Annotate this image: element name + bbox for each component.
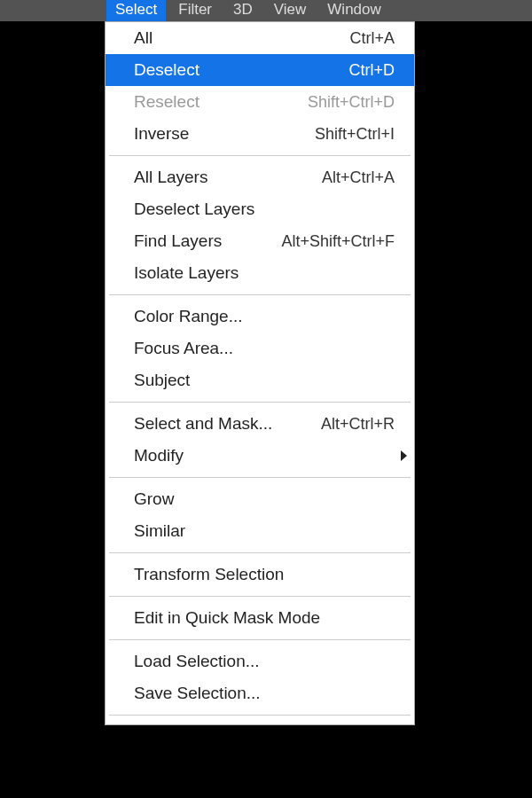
menu-item-shortcut: Ctrl+D <box>348 61 395 80</box>
menu-separator <box>109 715 411 716</box>
menu-item-label: Isolate Layers <box>134 263 239 283</box>
menubar-item-filter[interactable]: Filter <box>169 0 221 22</box>
menu-item-label: Focus Area... <box>134 339 233 358</box>
menu-item-label: Transform Selection <box>134 565 284 584</box>
menu-item-save-selection[interactable]: Save Selection... <box>106 677 414 709</box>
menu-separator <box>109 155 411 156</box>
select-menu-dropdown: All Ctrl+A Deselect Ctrl+D Reselect Shif… <box>105 21 415 725</box>
menu-item-label: Grow <box>134 489 174 509</box>
menubar-item-view[interactable]: View <box>265 0 316 22</box>
menu-item-shortcut: Ctrl+A <box>349 29 395 48</box>
menu-item-label: Select and Mask... <box>134 414 272 434</box>
menu-item-inverse[interactable]: Inverse Shift+Ctrl+I <box>106 118 414 150</box>
menu-item-reselect: Reselect Shift+Ctrl+D <box>106 86 414 118</box>
menubar-item-3d[interactable]: 3D <box>224 0 262 22</box>
menu-item-deselect-layers[interactable]: Deselect Layers <box>106 193 414 225</box>
menubar-item-window[interactable]: Window <box>318 0 389 22</box>
menu-item-label: All Layers <box>134 168 207 187</box>
menu-item-select-and-mask[interactable]: Select and Mask... Alt+Ctrl+R <box>106 408 414 440</box>
menu-item-label: Load Selection... <box>134 652 260 671</box>
menu-item-shortcut: Alt+Ctrl+R <box>321 415 395 434</box>
menu-item-all-layers[interactable]: All Layers Alt+Ctrl+A <box>106 161 414 193</box>
menu-item-subject[interactable]: Subject <box>106 364 414 396</box>
menu-item-label: Inverse <box>134 124 189 144</box>
submenu-caret-icon <box>401 450 407 461</box>
menu-item-grow[interactable]: Grow <box>106 483 414 515</box>
menu-item-label: Save Selection... <box>134 684 261 703</box>
menu-item-label: Deselect <box>134 60 200 80</box>
menu-item-find-layers[interactable]: Find Layers Alt+Shift+Ctrl+F <box>106 225 414 257</box>
menu-item-isolate-layers[interactable]: Isolate Layers <box>106 257 414 289</box>
menu-separator <box>109 477 411 478</box>
menu-item-focus-area[interactable]: Focus Area... <box>106 332 414 364</box>
menu-item-similar[interactable]: Similar <box>106 515 414 547</box>
menu-separator <box>109 294 411 295</box>
menu-separator <box>109 552 411 553</box>
menu-item-label: Similar <box>134 521 185 541</box>
menu-item-label: Reselect <box>134 92 200 112</box>
menu-item-label: Subject <box>134 371 190 390</box>
menu-item-shortcut: Shift+Ctrl+D <box>308 93 395 112</box>
menu-item-deselect[interactable]: Deselect Ctrl+D <box>106 54 414 86</box>
menu-separator <box>109 596 411 597</box>
menubar: Select Filter 3D View Window <box>0 0 532 21</box>
menu-item-shortcut: Shift+Ctrl+I <box>315 125 395 144</box>
menu-item-label: Color Range... <box>134 307 243 326</box>
menu-item-all[interactable]: All Ctrl+A <box>106 22 414 54</box>
menu-item-label: Find Layers <box>134 231 222 251</box>
menu-item-label: Modify <box>134 446 184 466</box>
menu-item-label: Deselect Layers <box>134 200 254 219</box>
menu-item-shortcut: Alt+Shift+Ctrl+F <box>281 232 395 251</box>
menu-item-edit-in-quick-mask-mode[interactable]: Edit in Quick Mask Mode <box>106 602 414 634</box>
menu-item-transform-selection[interactable]: Transform Selection <box>106 559 414 591</box>
menu-item-modify[interactable]: Modify <box>106 440 414 472</box>
menu-item-label: All <box>134 28 153 48</box>
menu-separator <box>109 402 411 403</box>
menu-item-label: Edit in Quick Mask Mode <box>134 608 320 628</box>
menu-item-shortcut: Alt+Ctrl+A <box>322 168 395 187</box>
menu-separator <box>109 639 411 640</box>
menu-item-load-selection[interactable]: Load Selection... <box>106 645 414 677</box>
menu-item-color-range[interactable]: Color Range... <box>106 301 414 332</box>
menubar-item-select[interactable]: Select <box>106 0 166 22</box>
